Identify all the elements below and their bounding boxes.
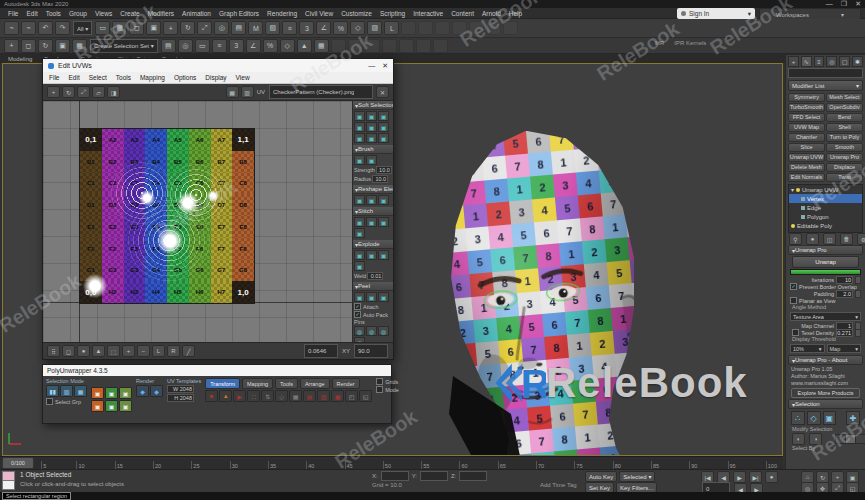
toolbar-icon[interactable]: + [4, 39, 19, 53]
toolbar-icon-inactive[interactable] [401, 21, 416, 35]
pu-tool-icon[interactable]: ▣ [91, 400, 104, 412]
visibility-bulb-icon[interactable] [791, 224, 795, 228]
toolbar-icon[interactable]: 3 [229, 39, 244, 53]
pu-mode-row[interactable]: Mode [376, 386, 399, 393]
pu-selection-icon[interactable]: ▮▮ [46, 385, 59, 397]
about-button[interactable]: Explore More Products [791, 388, 860, 398]
stack-tool-icon[interactable]: ◫ [823, 233, 836, 245]
remove-texture-icon[interactable]: ✕ [376, 86, 389, 98]
uv-rollout-brush[interactable]: ▾ Brush [353, 145, 393, 154]
toolbar-icon[interactable]: ▨ [367, 21, 382, 35]
menu-item-arnold[interactable]: Arnold [478, 10, 505, 17]
toolbar-icon[interactable]: ∠ [246, 39, 261, 53]
uv-axis-lock-label[interactable]: XY [342, 348, 350, 354]
uv-rollout-icon[interactable]: ▣ [378, 122, 389, 132]
maximize-icon[interactable]: ❐ [841, 0, 847, 8]
uv-selection-icon[interactable]: ╱ [182, 345, 195, 357]
toolbar-icon[interactable]: ▭ [195, 39, 210, 53]
toolbar-icon[interactable]: ↻ [38, 39, 53, 53]
uv-tool-icon[interactable]: ◨ [107, 86, 120, 98]
timeline-tick[interactable]: 75 [574, 461, 582, 469]
timeline-tick[interactable]: 30 [230, 461, 238, 469]
timeline-tick[interactable]: 45 [345, 461, 353, 469]
modifier-button-shell[interactable]: Shell [826, 123, 863, 132]
modifier-button-displace[interactable]: Displace [826, 163, 863, 172]
pu-size-field[interactable]: H 2048 [167, 394, 201, 402]
snap-icon[interactable]: ▦ [226, 86, 239, 98]
unwrap-button[interactable]: Unwrap [792, 256, 859, 268]
toolbar-icon[interactable]: ▲ [297, 39, 312, 53]
toolbar-icon-inactive[interactable] [486, 21, 501, 35]
pill-segment[interactable] [856, 435, 865, 443]
uv-selection-icon[interactable]: L [152, 345, 165, 357]
add-selection-icon[interactable]: ✚ [846, 411, 860, 425]
toolbar-icon[interactable]: ◇ [280, 39, 295, 53]
uv-rollout-icon[interactable]: ▣ [354, 133, 365, 143]
uv-coordinate-field[interactable]: 0.0646 [304, 344, 338, 358]
uv-close-icon[interactable]: ✕ [382, 62, 388, 70]
uv-minimize-icon[interactable]: — [368, 62, 375, 70]
toolbar-icon-inactive[interactable] [399, 39, 414, 53]
toolbar-icon[interactable]: ▤ [161, 39, 176, 53]
pu-transform-icon[interactable]: ∷ [247, 390, 260, 402]
pu-tab-render[interactable]: Render [332, 378, 360, 389]
modifier-button-turbosmooth[interactable]: TurboSmooth [788, 103, 825, 112]
modifier-button-bend[interactable]: Bend [826, 113, 863, 122]
timeline-tick[interactable]: 95 [728, 461, 736, 469]
modifier-button-twist[interactable]: Twist [826, 173, 863, 182]
menu-item-help[interactable]: Help [505, 10, 526, 17]
timeline-tick[interactable]: 85 [651, 461, 659, 469]
polygon-mode-icon[interactable]: ▣ [823, 411, 837, 425]
uv-field-value[interactable]: 10.0 [372, 175, 388, 183]
time-slider-handle[interactable]: 0/100 [2, 457, 34, 469]
uv-menu-mapping[interactable]: Mapping [140, 74, 165, 81]
uv-rollout-icon[interactable]: ▣ [366, 111, 377, 121]
spin-value[interactable]: 2.0 [836, 290, 853, 298]
toolbar-icon[interactable]: ▦ [314, 39, 329, 53]
stack-item-vertex[interactable]: Vertex [789, 194, 862, 203]
uv-rollout-explode[interactable]: ▾ Explode [353, 240, 393, 249]
spinner-icon[interactable] [855, 290, 861, 298]
pu-mode-row[interactable]: Grids [376, 378, 399, 385]
uv-selection-icon[interactable]: ⬚ [107, 345, 120, 357]
pu-size-field[interactable]: W 2048 [167, 385, 201, 393]
timeline-tick[interactable]: 20 [153, 461, 161, 469]
grid-icon[interactable]: ▥ [241, 86, 254, 98]
uv-selection-icon[interactable]: R [167, 345, 180, 357]
uv-menu-edit[interactable]: Edit [68, 74, 79, 81]
uv-rollout-icon[interactable]: ◍ [354, 326, 365, 336]
checkbox-icon[interactable] [46, 398, 53, 405]
pu-transform-icon[interactable]: ▥ [317, 390, 330, 402]
uv-rollout-icon[interactable]: ▣ [354, 250, 365, 260]
menu-item-civil-view[interactable]: Civil View [301, 10, 337, 17]
toolbar-icon[interactable]: ▤ [231, 21, 246, 35]
uv-rollout-icon[interactable]: ◍ [366, 326, 377, 336]
uv-field-value[interactable]: 10.0 [376, 166, 392, 174]
checkbox-icon[interactable] [376, 386, 383, 393]
toolbar-icon[interactable]: ◻ [21, 39, 36, 53]
modifier-list-dropdown[interactable]: Modifier List ▾ [788, 80, 863, 91]
uv-rollout-icon[interactable]: ◍ [378, 326, 389, 336]
uv-rollout-icon[interactable]: ▣ [354, 228, 365, 238]
toolbar-icon-inactive[interactable] [452, 21, 467, 35]
menu-item-scripting[interactable]: Scripting [376, 10, 409, 17]
modifier-button-mesh-select[interactable]: Mesh Select [826, 93, 863, 102]
toolbar-icon[interactable]: ≡ [212, 39, 227, 53]
modifier-button-ffd-select[interactable]: FFD Select [788, 113, 825, 122]
pu-tab-arrange[interactable]: Arrange [300, 378, 330, 389]
pu-tool-icon[interactable]: ▣ [105, 387, 118, 399]
timeline-tick[interactable]: 50 [383, 461, 391, 469]
uv-field-value[interactable]: 0.01 [367, 272, 383, 280]
toolbar-icon[interactable]: ↷ [55, 21, 70, 35]
pill-segment[interactable] [836, 435, 846, 443]
uv-rollout-icon[interactable]: ▣ [354, 195, 365, 205]
pu-transform-icon[interactable]: ▶ [233, 390, 246, 402]
menu-item-modifiers[interactable]: Modifiers [144, 10, 178, 17]
toolbar-icon[interactable]: ≡ [282, 21, 297, 35]
modifier-button-delete-mesh[interactable]: Delete Mesh [788, 163, 825, 172]
pu-transform-icon[interactable]: ⇅ [261, 390, 274, 402]
menu-item-interactive[interactable]: Interactive [409, 10, 447, 17]
uv-selection-icon[interactable]: ⠿ [47, 345, 60, 357]
pu-transform-icon[interactable]: ◇ [275, 390, 288, 402]
panel-tab[interactable]: ✱ [852, 56, 863, 67]
